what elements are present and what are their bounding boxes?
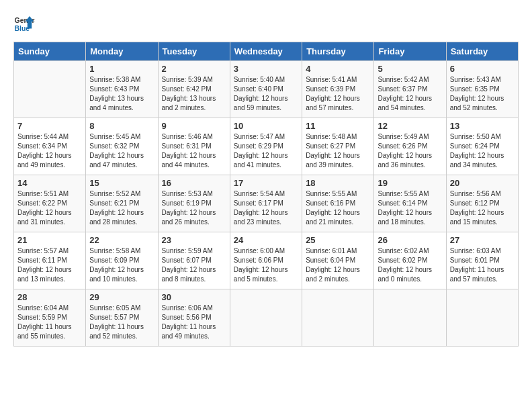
day-info: Sunrise: 5:47 AM Sunset: 6:29 PM Dayligh… bbox=[234, 132, 298, 170]
calendar-cell: 8Sunrise: 5:45 AM Sunset: 6:32 PM Daylig… bbox=[86, 118, 158, 175]
column-header-tuesday: Tuesday bbox=[158, 42, 230, 61]
calendar-cell bbox=[230, 289, 302, 347]
calendar-cell: 23Sunrise: 5:59 AM Sunset: 6:07 PM Dayli… bbox=[158, 232, 230, 289]
day-info: Sunrise: 5:43 AM Sunset: 6:35 PM Dayligh… bbox=[450, 75, 515, 113]
day-number: 17 bbox=[234, 178, 298, 188]
day-number: 6 bbox=[450, 64, 515, 74]
calendar-week-4: 21Sunrise: 5:57 AM Sunset: 6:11 PM Dayli… bbox=[14, 232, 519, 289]
calendar-cell: 19Sunrise: 5:55 AM Sunset: 6:14 PM Dayli… bbox=[374, 175, 446, 232]
calendar-cell: 1Sunrise: 5:38 AM Sunset: 6:43 PM Daylig… bbox=[86, 61, 158, 118]
day-info: Sunrise: 6:03 AM Sunset: 6:01 PM Dayligh… bbox=[450, 246, 515, 284]
calendar-cell: 15Sunrise: 5:52 AM Sunset: 6:21 PM Dayli… bbox=[86, 175, 158, 232]
calendar-cell: 7Sunrise: 5:44 AM Sunset: 6:34 PM Daylig… bbox=[14, 118, 86, 175]
column-header-friday: Friday bbox=[374, 42, 446, 61]
day-info: Sunrise: 5:58 AM Sunset: 6:09 PM Dayligh… bbox=[89, 246, 154, 284]
day-info: Sunrise: 5:51 AM Sunset: 6:22 PM Dayligh… bbox=[17, 189, 82, 227]
logo: General Blue bbox=[13, 13, 35, 35]
day-info: Sunrise: 5:41 AM Sunset: 6:39 PM Dayligh… bbox=[306, 75, 370, 113]
day-info: Sunrise: 5:50 AM Sunset: 6:24 PM Dayligh… bbox=[450, 132, 515, 170]
column-header-thursday: Thursday bbox=[302, 42, 374, 61]
day-info: Sunrise: 5:56 AM Sunset: 6:12 PM Dayligh… bbox=[450, 189, 515, 227]
calendar-cell bbox=[302, 289, 374, 347]
column-headers: SundayMondayTuesdayWednesdayThursdayFrid… bbox=[14, 42, 519, 61]
calendar-cell: 22Sunrise: 5:58 AM Sunset: 6:09 PM Dayli… bbox=[86, 232, 158, 289]
page-header: General Blue bbox=[13, 13, 519, 35]
calendar-cell: 6Sunrise: 5:43 AM Sunset: 6:35 PM Daylig… bbox=[446, 61, 518, 118]
column-header-sunday: Sunday bbox=[14, 42, 86, 61]
calendar-cell: 5Sunrise: 5:42 AM Sunset: 6:37 PM Daylig… bbox=[374, 61, 446, 118]
day-info: Sunrise: 5:59 AM Sunset: 6:07 PM Dayligh… bbox=[162, 246, 226, 284]
calendar-week-3: 14Sunrise: 5:51 AM Sunset: 6:22 PM Dayli… bbox=[14, 175, 519, 232]
calendar-week-5: 28Sunrise: 6:04 AM Sunset: 5:59 PM Dayli… bbox=[14, 289, 519, 347]
day-info: Sunrise: 6:02 AM Sunset: 6:02 PM Dayligh… bbox=[378, 246, 442, 284]
calendar-cell: 20Sunrise: 5:56 AM Sunset: 6:12 PM Dayli… bbox=[446, 175, 518, 232]
day-info: Sunrise: 5:46 AM Sunset: 6:31 PM Dayligh… bbox=[162, 132, 226, 170]
calendar-cell: 27Sunrise: 6:03 AM Sunset: 6:01 PM Dayli… bbox=[446, 232, 518, 289]
calendar-cell: 30Sunrise: 6:06 AM Sunset: 5:56 PM Dayli… bbox=[158, 289, 230, 347]
day-info: Sunrise: 6:05 AM Sunset: 5:57 PM Dayligh… bbox=[89, 304, 154, 341]
day-info: Sunrise: 6:01 AM Sunset: 6:04 PM Dayligh… bbox=[306, 246, 370, 284]
day-number: 3 bbox=[234, 64, 298, 74]
calendar-cell: 14Sunrise: 5:51 AM Sunset: 6:22 PM Dayli… bbox=[14, 175, 86, 232]
day-number: 12 bbox=[378, 121, 442, 131]
day-number: 30 bbox=[162, 292, 226, 302]
day-info: Sunrise: 5:44 AM Sunset: 6:34 PM Dayligh… bbox=[17, 132, 82, 170]
day-info: Sunrise: 5:52 AM Sunset: 6:21 PM Dayligh… bbox=[89, 189, 154, 227]
day-info: Sunrise: 5:42 AM Sunset: 6:37 PM Dayligh… bbox=[378, 75, 442, 113]
day-number: 4 bbox=[306, 64, 370, 74]
calendar-cell: 3Sunrise: 5:40 AM Sunset: 6:40 PM Daylig… bbox=[230, 61, 302, 118]
day-number: 11 bbox=[306, 121, 370, 131]
day-number: 21 bbox=[17, 235, 82, 245]
calendar-cell: 2Sunrise: 5:39 AM Sunset: 6:42 PM Daylig… bbox=[158, 61, 230, 118]
day-info: Sunrise: 5:40 AM Sunset: 6:40 PM Dayligh… bbox=[234, 75, 298, 113]
day-info: Sunrise: 5:39 AM Sunset: 6:42 PM Dayligh… bbox=[162, 75, 226, 113]
calendar-cell: 25Sunrise: 6:01 AM Sunset: 6:04 PM Dayli… bbox=[302, 232, 374, 289]
day-number: 18 bbox=[306, 178, 370, 188]
day-number: 28 bbox=[17, 292, 82, 302]
day-number: 26 bbox=[378, 235, 442, 245]
day-number: 15 bbox=[89, 178, 154, 188]
calendar-week-2: 7Sunrise: 5:44 AM Sunset: 6:34 PM Daylig… bbox=[14, 118, 519, 175]
day-number: 8 bbox=[89, 121, 154, 131]
calendar-cell: 24Sunrise: 6:00 AM Sunset: 6:06 PM Dayli… bbox=[230, 232, 302, 289]
day-number: 16 bbox=[162, 178, 226, 188]
column-header-saturday: Saturday bbox=[446, 42, 518, 61]
day-number: 19 bbox=[378, 178, 442, 188]
calendar-cell: 4Sunrise: 5:41 AM Sunset: 6:39 PM Daylig… bbox=[302, 61, 374, 118]
calendar-cell: 13Sunrise: 5:50 AM Sunset: 6:24 PM Dayli… bbox=[446, 118, 518, 175]
day-info: Sunrise: 5:38 AM Sunset: 6:43 PM Dayligh… bbox=[89, 75, 154, 113]
day-number: 2 bbox=[162, 64, 226, 74]
day-number: 29 bbox=[89, 292, 154, 302]
calendar-cell: 21Sunrise: 5:57 AM Sunset: 6:11 PM Dayli… bbox=[14, 232, 86, 289]
calendar-cell: 18Sunrise: 5:55 AM Sunset: 6:16 PM Dayli… bbox=[302, 175, 374, 232]
day-info: Sunrise: 6:04 AM Sunset: 5:59 PM Dayligh… bbox=[17, 304, 82, 341]
calendar-cell: 9Sunrise: 5:46 AM Sunset: 6:31 PM Daylig… bbox=[158, 118, 230, 175]
calendar-cell: 10Sunrise: 5:47 AM Sunset: 6:29 PM Dayli… bbox=[230, 118, 302, 175]
calendar-cell: 12Sunrise: 5:49 AM Sunset: 6:26 PM Dayli… bbox=[374, 118, 446, 175]
day-info: Sunrise: 5:55 AM Sunset: 6:14 PM Dayligh… bbox=[378, 189, 442, 227]
day-info: Sunrise: 6:00 AM Sunset: 6:06 PM Dayligh… bbox=[234, 246, 298, 284]
day-info: Sunrise: 5:49 AM Sunset: 6:26 PM Dayligh… bbox=[378, 132, 442, 170]
day-number: 23 bbox=[162, 235, 226, 245]
calendar-cell: 29Sunrise: 6:05 AM Sunset: 5:57 PM Dayli… bbox=[86, 289, 158, 347]
day-info: Sunrise: 6:06 AM Sunset: 5:56 PM Dayligh… bbox=[162, 304, 226, 341]
day-info: Sunrise: 5:53 AM Sunset: 6:19 PM Dayligh… bbox=[162, 189, 226, 227]
day-number: 20 bbox=[450, 178, 515, 188]
calendar-cell bbox=[446, 289, 518, 347]
calendar-cell bbox=[14, 61, 86, 118]
day-number: 5 bbox=[378, 64, 442, 74]
calendar-cell bbox=[374, 289, 446, 347]
calendar-cell: 28Sunrise: 6:04 AM Sunset: 5:59 PM Dayli… bbox=[14, 289, 86, 347]
column-header-monday: Monday bbox=[86, 42, 158, 61]
day-info: Sunrise: 5:54 AM Sunset: 6:17 PM Dayligh… bbox=[234, 189, 298, 227]
logo-icon: General Blue bbox=[13, 13, 35, 35]
day-number: 27 bbox=[450, 235, 515, 245]
day-number: 9 bbox=[162, 121, 226, 131]
day-number: 25 bbox=[306, 235, 370, 245]
calendar-cell: 26Sunrise: 6:02 AM Sunset: 6:02 PM Dayli… bbox=[374, 232, 446, 289]
column-header-wednesday: Wednesday bbox=[230, 42, 302, 61]
day-number: 10 bbox=[234, 121, 298, 131]
day-number: 14 bbox=[17, 178, 82, 188]
day-number: 22 bbox=[89, 235, 154, 245]
calendar-table: SundayMondayTuesdayWednesdayThursdayFrid… bbox=[13, 42, 519, 347]
